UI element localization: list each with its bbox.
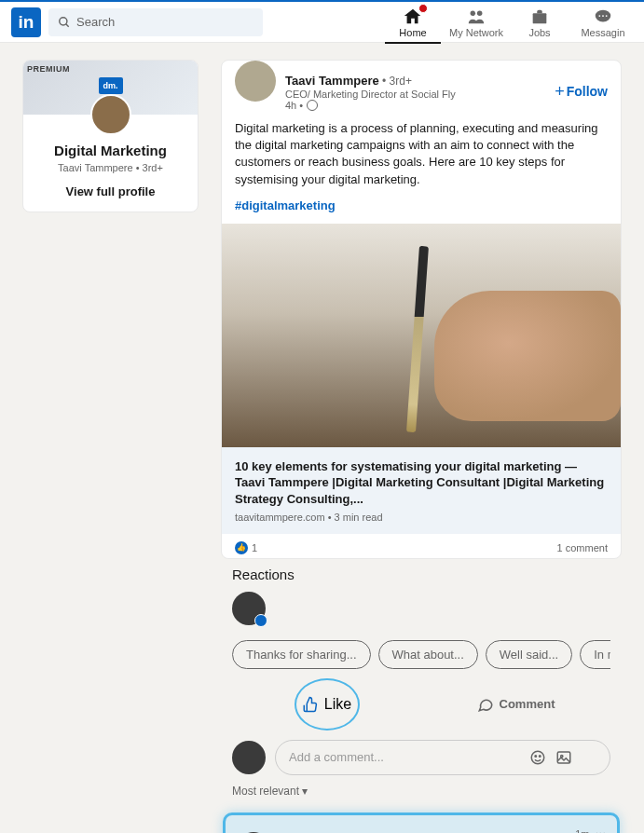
nav-home[interactable]: Home [383,7,443,38]
like-badge-icon [254,614,267,627]
hashtag-link[interactable]: #digitalmarketing [235,198,608,214]
article-title: 10 key elements for systematising your d… [235,458,608,508]
author-avatar[interactable] [235,61,276,102]
like-icon: 👍 [235,541,248,554]
svg-point-10 [535,755,537,757]
commenter-name[interactable]: Elizabeth Shydlovich [280,830,401,833]
svg-line-1 [66,23,69,26]
svg-point-8 [606,15,608,17]
premium-badge: PREMIUM [27,64,70,74]
view-profile-link[interactable]: View full profile [33,184,188,198]
connection-degree: • 3rd+ [379,75,412,88]
search-placeholder: Search [76,15,115,29]
svg-point-3 [477,10,483,15]
comment-input[interactable]: Add a comment... [275,740,610,775]
suggestion-pill[interactable]: What about... [378,640,478,669]
follow-button[interactable]: +Follow [555,72,608,111]
svg-rect-4 [533,13,547,23]
author-name[interactable]: Taavi Tammpere [285,74,379,88]
reactions-count[interactable]: 👍1 [235,541,257,554]
suggestion-pill[interactable]: Thanks for sharing... [232,640,371,669]
thumbs-up-icon [302,696,319,713]
svg-point-0 [60,17,67,24]
reactions-heading: Reactions [232,567,610,582]
reactor-avatar[interactable] [232,592,266,625]
svg-point-9 [531,751,544,764]
comments-count[interactable]: 1 comment [557,542,608,553]
top-nav: in Search Home My Network Jobs [0,0,644,43]
feed-post: Taavi Tammpere • 3rd+ CEO/ Marketing Dir… [221,60,622,559]
globe-icon [307,100,318,111]
suggestion-pill[interactable]: Well said... [486,640,572,669]
user-avatar [232,741,266,774]
svg-point-7 [602,15,604,17]
article-card[interactable]: 10 key elements for systematising your d… [222,447,621,534]
image-icon[interactable] [555,749,572,766]
nav-jobs[interactable]: Jobs [510,7,569,38]
profile-subtitle: Taavi Tammpere • 3rd+ [33,162,188,173]
svg-point-11 [540,755,541,757]
profile-banner: PREMIUM dm. [23,61,198,115]
nav-messaging[interactable]: Messagin [573,7,633,38]
post-text: Digital marketing is a process of planni… [235,121,598,186]
nav-network[interactable]: My Network [446,7,506,38]
article-image[interactable] [222,224,621,447]
article-source: taavitammpere.com • 3 min read [235,512,608,523]
comment-time: 1m [575,828,589,833]
profile-name: Digital Marketing [33,143,188,158]
linkedin-logo[interactable]: in [11,7,41,37]
svg-point-2 [471,10,476,15]
search-input[interactable]: Search [48,8,263,36]
suggestion-pill[interactable]: In my opinio... [580,640,610,669]
like-button[interactable]: Like [295,678,360,731]
comment-icon [477,696,494,713]
jobs-icon [529,7,550,27]
company-logo: dm. [99,77,123,94]
profile-avatar [90,94,131,135]
profile-card[interactable]: PREMIUM dm. Digital Marketing Taavi Tamm… [22,60,199,212]
notification-badge [418,4,428,13]
post-time: 4h • [285,100,555,111]
author-title: CEO/ Marketing Director at Social Fly [285,89,555,100]
search-icon [58,16,71,29]
suggested-replies: Thanks for sharing... What about... Well… [232,640,610,669]
messaging-icon [593,7,613,27]
more-icon[interactable]: ••• [595,828,606,833]
home-icon [403,7,423,27]
comment-button[interactable]: Comment [421,678,610,731]
svg-point-6 [598,15,600,17]
emoji-icon[interactable] [529,749,546,766]
sort-dropdown[interactable]: Most relevant ▾ [232,785,610,798]
network-icon [466,7,486,27]
comment-item: Elizabeth Shydlovich • You Digital Marke… [223,813,620,833]
